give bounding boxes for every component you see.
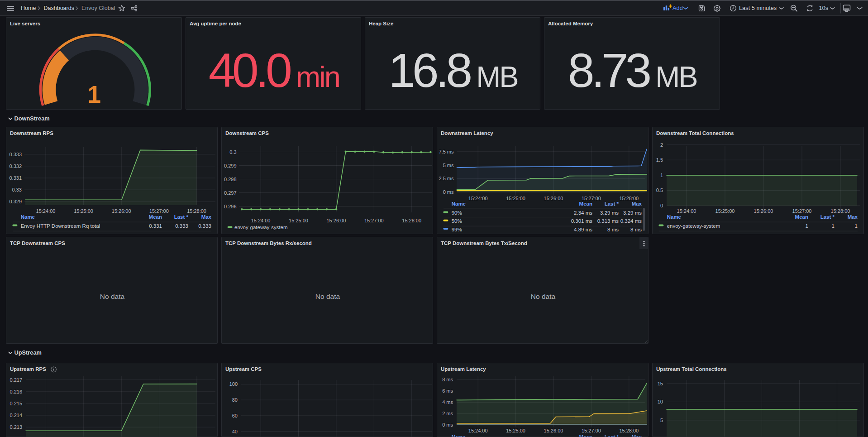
svg-text:0.298: 0.298 [224, 177, 237, 182]
svg-text:0.333: 0.333 [175, 223, 188, 229]
svg-text:2 ms: 2 ms [442, 411, 453, 416]
svg-text:15:27:00: 15:27:00 [149, 208, 169, 214]
svg-text:15:25:00: 15:25:00 [715, 208, 735, 214]
svg-text:0.313 ms: 0.313 ms [597, 218, 619, 224]
svg-text:0.331: 0.331 [149, 223, 162, 229]
svg-text:15:28:00: 15:28:00 [187, 208, 206, 214]
svg-text:Max: Max [201, 214, 212, 220]
svg-text:15:27:00: 15:27:00 [792, 208, 812, 214]
svg-text:15:28:00: 15:28:00 [619, 428, 639, 433]
svg-text:Max: Max [632, 201, 642, 206]
svg-text:15:28:00: 15:28:00 [619, 196, 639, 201]
svg-text:Downstream Total Connections: Downstream Total Connections [656, 130, 734, 136]
svg-text:15:27:00: 15:27:00 [364, 218, 384, 223]
svg-text:5 ms: 5 ms [443, 163, 454, 168]
svg-text:Downstream RPS: Downstream RPS [10, 130, 53, 136]
svg-text:15:25:00: 15:25:00 [506, 196, 525, 201]
svg-text:0.329: 0.329 [9, 199, 22, 204]
svg-text:8.73 MB: 8.73 MB [568, 43, 697, 97]
svg-text:2.5 ms: 2.5 ms [439, 176, 454, 181]
svg-text:15:24:00: 15:24:00 [468, 428, 488, 433]
svg-text:0.33: 0.33 [12, 187, 22, 192]
svg-text:Downstream CPS: Downstream CPS [225, 130, 269, 136]
svg-text:15:24:00: 15:24:00 [677, 208, 696, 214]
svg-text:15:26:00: 15:26:00 [326, 218, 346, 223]
svg-text:15:26:00: 15:26:00 [112, 208, 131, 214]
svg-text:0.296: 0.296 [224, 204, 237, 209]
svg-text:1: 1 [806, 223, 808, 229]
svg-text:8 ms: 8 ms [607, 227, 619, 232]
svg-text:Home: Home [21, 5, 36, 11]
svg-text:15:27:00: 15:27:00 [582, 428, 601, 433]
svg-text:0.214: 0.214 [10, 413, 22, 418]
svg-text:0.297: 0.297 [224, 190, 237, 196]
svg-text:15:24:00: 15:24:00 [36, 208, 56, 214]
svg-text:5: 5 [660, 418, 663, 423]
svg-text:1: 1 [660, 173, 663, 178]
svg-text:Avg uptime per node: Avg uptime per node [190, 21, 241, 26]
svg-text:Mean: Mean [795, 214, 808, 220]
svg-text:8 ms: 8 ms [442, 377, 453, 382]
svg-text:50%: 50% [452, 218, 462, 224]
svg-text:No data: No data [315, 293, 340, 300]
svg-text:envoy-gateway-system: envoy-gateway-system [234, 225, 288, 230]
svg-text:0 ms: 0 ms [442, 422, 453, 427]
svg-text:15:28:00: 15:28:00 [402, 218, 421, 223]
svg-text:Last *: Last * [605, 201, 619, 206]
svg-text:Last *: Last * [605, 434, 619, 437]
svg-text:3.29 ms: 3.29 ms [600, 210, 619, 216]
svg-text:0.216: 0.216 [10, 389, 22, 394]
svg-text:1.5: 1.5 [656, 157, 663, 163]
svg-text:TCP Downstream CPS: TCP Downstream CPS [10, 240, 65, 246]
svg-text:15:27:00: 15:27:00 [582, 196, 601, 201]
svg-text:15:26:00: 15:26:00 [754, 208, 773, 214]
svg-text:Upstream RPS: Upstream RPS [10, 366, 46, 372]
svg-text:6 ms: 6 ms [442, 388, 453, 394]
svg-text:DownStream: DownStream [14, 115, 50, 122]
svg-text:60: 60 [232, 413, 238, 418]
svg-text:0 ms: 0 ms [443, 189, 454, 195]
svg-text:40.0 min: 40.0 min [208, 43, 339, 97]
svg-text:Name: Name [452, 201, 466, 206]
svg-text:3.29 ms: 3.29 ms [623, 210, 642, 216]
svg-text:0.213: 0.213 [10, 424, 22, 430]
svg-text:40: 40 [232, 429, 238, 434]
svg-text:15:25:00: 15:25:00 [506, 428, 525, 433]
svg-text:15:28:00: 15:28:00 [831, 208, 850, 214]
svg-text:4.89 ms: 4.89 ms [574, 227, 592, 232]
svg-text:Last 5 minutes: Last 5 minutes [739, 5, 777, 11]
svg-text:8 ms: 8 ms [630, 227, 642, 232]
svg-text:7.5 ms: 7.5 ms [439, 149, 454, 154]
svg-text:1: 1 [88, 81, 101, 108]
svg-text:15:25:00: 15:25:00 [74, 208, 93, 214]
svg-text:Mean: Mean [579, 201, 592, 206]
svg-text:Name: Name [21, 214, 35, 220]
svg-text:0.333: 0.333 [198, 223, 211, 229]
svg-text:15:24:00: 15:24:00 [468, 196, 488, 201]
svg-text:TCP Downstream Bytes Tx/Second: TCP Downstream Bytes Tx/Second [441, 240, 527, 246]
svg-text:0.333: 0.333 [9, 152, 22, 157]
svg-text:0.217: 0.217 [10, 377, 22, 383]
svg-text:No data: No data [100, 293, 125, 300]
svg-text:Downstream Latency: Downstream Latency [441, 130, 493, 136]
svg-text:Dashboards: Dashboards [44, 5, 74, 11]
svg-text:10s: 10s [819, 5, 829, 11]
svg-text:2: 2 [660, 142, 663, 148]
svg-text:1: 1 [832, 223, 835, 229]
svg-text:Heap Size: Heap Size [369, 21, 393, 26]
svg-text:16.8 MB: 16.8 MB [389, 43, 518, 97]
svg-text:0.299: 0.299 [224, 163, 237, 168]
svg-text:100: 100 [229, 381, 238, 387]
svg-text:15:24:00: 15:24:00 [251, 218, 271, 223]
svg-text:0.301 ms: 0.301 ms [571, 218, 593, 224]
svg-text:15:26:00: 15:26:00 [544, 428, 563, 433]
svg-text:Mean: Mean [579, 434, 592, 437]
svg-text:15: 15 [658, 381, 663, 386]
svg-text:UpStream: UpStream [14, 349, 42, 356]
svg-text:envoy-gateway-system: envoy-gateway-system [667, 223, 720, 229]
svg-text:0.324 ms: 0.324 ms [620, 218, 642, 224]
svg-text:Upstream Latency: Upstream Latency [441, 366, 486, 372]
svg-text:15:25:00: 15:25:00 [289, 218, 308, 223]
svg-text:0.3: 0.3 [229, 149, 236, 155]
svg-text:Last *: Last * [174, 214, 189, 220]
